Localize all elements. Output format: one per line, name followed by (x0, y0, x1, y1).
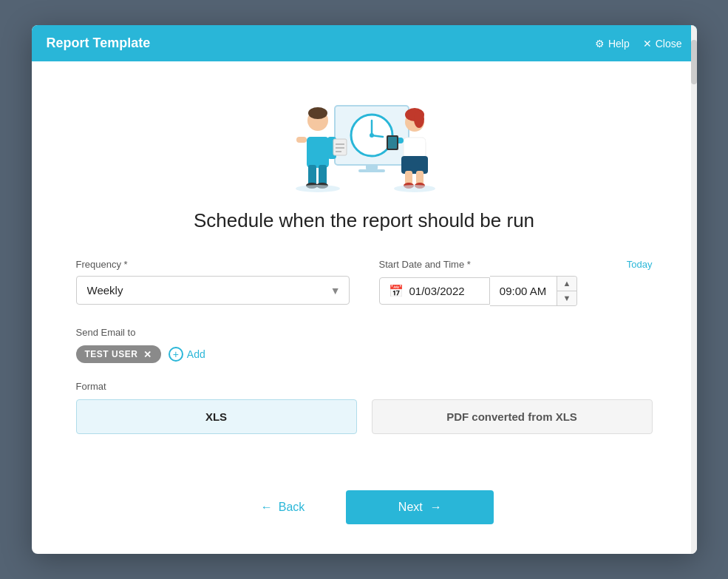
scrollbar-track[interactable] (691, 25, 697, 554)
format-options: XLS PDF converted from XLS (76, 399, 653, 434)
svg-rect-6 (358, 169, 385, 172)
svg-rect-24 (401, 156, 428, 174)
modal-header-actions: ⚙ Help ✕ Close (595, 38, 682, 50)
svg-point-8 (308, 107, 327, 119)
scrollbar-thumb[interactable] (691, 40, 697, 84)
modal-dialog: Report Template ⚙ Help ✕ Close (32, 25, 697, 554)
form-row-top: Frequency * Once Daily Weekly Monthly Ye… (76, 259, 653, 306)
arrow-right-icon: → (430, 501, 442, 514)
close-button[interactable]: ✕ Close (643, 38, 682, 50)
frequency-select-wrapper: Once Daily Weekly Monthly Yearly ▼ (76, 276, 350, 305)
user-tag: TEST USER ✕ (76, 345, 161, 363)
help-button[interactable]: ⚙ Help (595, 38, 630, 50)
frequency-select[interactable]: Once Daily Weekly Monthly Yearly (76, 276, 350, 305)
svg-rect-23 (404, 138, 426, 158)
send-email-label: Send Email to (76, 327, 653, 338)
back-button[interactable]: ← Back (234, 490, 332, 524)
date-value: 01/03/2022 (409, 285, 465, 297)
date-time-row: 📅 01/03/2022 09:00 AM ▲ ▼ (379, 276, 653, 306)
svg-rect-14 (296, 137, 307, 143)
help-icon: ⚙ (595, 38, 605, 50)
today-link[interactable]: Today (627, 259, 653, 270)
time-up-button[interactable]: ▲ (557, 277, 577, 291)
page-heading: Schedule when the report should be run (76, 209, 653, 232)
svg-rect-32 (388, 137, 397, 149)
add-label: Add (187, 348, 205, 360)
time-input[interactable]: 09:00 AM ▲ ▼ (490, 276, 578, 306)
add-email-button[interactable]: + Add (169, 347, 205, 362)
time-value: 09:00 AM (490, 279, 557, 303)
modal-footer: ← Back Next → (32, 490, 697, 554)
start-date-group: Start Date and Time * Today 📅 01/03/2022… (379, 259, 653, 306)
format-pdf-button[interactable]: PDF converted from XLS (372, 399, 653, 434)
email-tags-row: TEST USER ✕ + Add (76, 345, 653, 363)
format-section: Format XLS PDF converted from XLS (76, 381, 653, 434)
back-label: Back (279, 501, 305, 514)
date-input[interactable]: 📅 01/03/2022 (379, 277, 490, 305)
next-label: Next (398, 501, 423, 514)
calendar-icon: 📅 (389, 284, 404, 298)
time-down-button[interactable]: ▼ (557, 291, 577, 305)
date-label-row: Start Date and Time * Today (379, 259, 653, 270)
format-xls-button[interactable]: XLS (76, 399, 357, 434)
time-spinners: ▲ ▼ (557, 277, 577, 305)
svg-rect-9 (307, 137, 329, 168)
tag-remove-button[interactable]: ✕ (143, 350, 152, 359)
svg-point-33 (296, 185, 340, 192)
format-label: Format (76, 381, 653, 392)
svg-rect-5 (366, 165, 378, 169)
svg-rect-16 (333, 139, 347, 155)
modal-header: Report Template ⚙ Help ✕ Close (32, 25, 697, 61)
svg-point-34 (394, 185, 435, 192)
modal-title: Report Template (47, 35, 151, 51)
svg-point-22 (414, 110, 424, 128)
illustration (76, 61, 653, 209)
tag-label: TEST USER (85, 349, 138, 359)
svg-rect-30 (426, 138, 435, 143)
add-circle-icon: + (169, 347, 183, 362)
svg-rect-10 (308, 165, 316, 186)
arrow-left-icon: ← (261, 501, 273, 514)
close-icon: ✕ (643, 38, 652, 50)
send-email-section: Send Email to TEST USER ✕ + Add (76, 327, 653, 363)
start-date-label: Start Date and Time * (379, 259, 471, 270)
modal-body: Schedule when the report should be run F… (32, 61, 697, 490)
frequency-label: Frequency * (76, 259, 350, 270)
next-button[interactable]: Next → (346, 490, 494, 524)
frequency-group: Frequency * Once Daily Weekly Monthly Ye… (76, 259, 350, 306)
svg-rect-11 (319, 165, 327, 186)
